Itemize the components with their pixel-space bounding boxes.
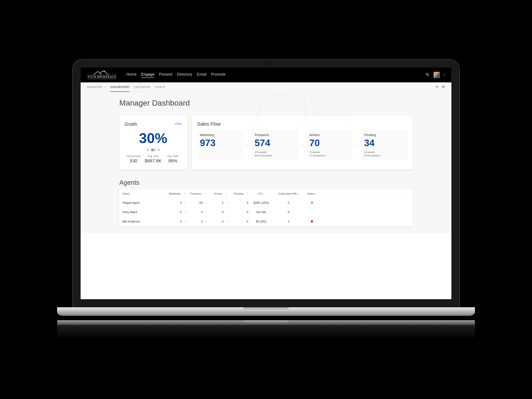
user-menu-caret-icon[interactable]: ▾ bbox=[444, 74, 445, 76]
toggle-percent-label: % bbox=[147, 148, 149, 151]
goals-stat-avg-size: Avg. Size $887.8K bbox=[144, 155, 162, 164]
subnav-goals[interactable]: GOALS bbox=[155, 82, 165, 92]
flow-label: Marketing bbox=[200, 133, 241, 137]
goals-stat-avg-rate: Avg. Rate 99% bbox=[164, 155, 182, 164]
cell-value: 0 bbox=[201, 210, 203, 214]
col-header-name[interactable]: Name▴ bbox=[122, 192, 165, 195]
laptop-mockup: YOUR BROKERAGE Home Engage Present Direc… bbox=[73, 59, 459, 340]
agents-title: Agents bbox=[119, 179, 413, 186]
sort-icon: ⇅ bbox=[315, 193, 317, 195]
flow-sub: 574 people 606 transactions bbox=[255, 150, 295, 157]
col-header-actives[interactable]: Actives⇅ bbox=[206, 192, 227, 195]
flow-value: 973 bbox=[200, 138, 241, 147]
col-header-gci[interactable]: GCI⇅ bbox=[248, 192, 274, 195]
laptop-base bbox=[57, 307, 475, 315]
top-bar: YOUR BROKERAGE Home Engage Present Direc… bbox=[81, 68, 451, 82]
col-header-prospects[interactable]: Prospects⇅ bbox=[185, 192, 206, 195]
cell-value: 0 bbox=[180, 201, 182, 205]
flow-stage-prospects[interactable]: Prospects 574 574 people 606 transaction… bbox=[252, 130, 298, 160]
cell-value: 0 bbox=[247, 210, 248, 214]
col-header-subscribers[interactable]: Subscribers NN⇅ bbox=[274, 192, 303, 195]
primary-nav: Home Engage Present Directory Email Prom… bbox=[127, 72, 226, 78]
cell-value: 2 bbox=[180, 220, 182, 223]
cell-value: 1 bbox=[222, 201, 224, 205]
stat-value: 530 bbox=[124, 158, 143, 164]
sort-icon: ▴ bbox=[130, 193, 131, 195]
table-row[interactable]: Mel Anderson 2› 0› 0› 0 $0 (0%) 1 bbox=[119, 217, 413, 226]
stat-label: Transactions bbox=[124, 155, 143, 158]
stat-value: 99% bbox=[164, 158, 182, 164]
cell-value: $0 (0%) bbox=[248, 220, 274, 223]
nav-promote[interactable]: Promote bbox=[211, 72, 226, 78]
flow-value: 70 bbox=[309, 138, 350, 147]
sub-nav: MANAGER ⌄ DASHBOARD CALENDAR GOALS bbox=[81, 82, 451, 92]
cell-value: 0 bbox=[274, 210, 303, 214]
agents-table-header: Name▴ Marketing⇅ Prospects⇅ Actives⇅ Pen… bbox=[119, 190, 413, 198]
cell-value: 0 bbox=[222, 220, 224, 223]
table-row[interactable]: Kirby Allard 0› 0› 0› 0 Not Set 0 bbox=[119, 208, 413, 217]
col-header-status[interactable]: Status⇅ bbox=[303, 192, 321, 195]
nav-home[interactable]: Home bbox=[127, 72, 137, 78]
flow-label: Pending bbox=[364, 133, 405, 137]
flow-label: Prospects bbox=[255, 133, 295, 137]
settings-icon[interactable] bbox=[435, 85, 438, 89]
subnav-dashboard[interactable]: DASHBOARD bbox=[110, 82, 129, 92]
cell-value: 0 bbox=[247, 220, 248, 223]
flow-stage-pending[interactable]: Pending 34 34 people 34 transactions bbox=[361, 130, 408, 160]
flow-sub: 70 people 71 transactions bbox=[309, 150, 350, 157]
percent-dollar-toggle[interactable] bbox=[151, 148, 157, 152]
stat-value: $887.8K bbox=[144, 158, 162, 164]
flow-stage-marketing[interactable]: Marketing 973 bbox=[197, 130, 243, 160]
sort-icon: ⇅ bbox=[226, 193, 227, 195]
agent-name: Abigail Agent bbox=[122, 201, 165, 205]
search-icon[interactable] bbox=[425, 73, 430, 77]
flow-value: 574 bbox=[255, 138, 295, 147]
laptop-reflection bbox=[57, 320, 475, 340]
flow-separator-icon: — bbox=[246, 130, 250, 160]
sort-icon: ⇅ bbox=[184, 193, 185, 195]
user-avatar[interactable] bbox=[433, 72, 440, 78]
nav-engage[interactable]: Engage bbox=[141, 72, 155, 78]
cell-value: 0 bbox=[274, 201, 303, 205]
cell-value: 0 bbox=[180, 210, 182, 214]
logo-roof-icon bbox=[92, 71, 112, 75]
nav-directory[interactable]: Directory bbox=[177, 72, 192, 78]
nav-present[interactable]: Present bbox=[159, 72, 172, 78]
agent-name: Mel Anderson bbox=[122, 220, 165, 223]
chevron-down-icon: ⌄ bbox=[103, 85, 106, 89]
subnav-calendar[interactable]: CALENDAR bbox=[134, 82, 150, 92]
sort-icon: ⇅ bbox=[205, 193, 206, 195]
col-header-marketing[interactable]: Marketing⇅ bbox=[165, 192, 185, 195]
goals-stat-transactions: Transactions 530 bbox=[124, 155, 143, 164]
flow-value: 34 bbox=[364, 138, 405, 147]
stat-label: Avg. Rate bbox=[164, 155, 182, 158]
stat-label: Avg. Size bbox=[144, 155, 162, 158]
brand-name: YOUR BROKERAGE bbox=[87, 75, 117, 79]
brand-logo[interactable]: YOUR BROKERAGE bbox=[87, 71, 117, 79]
decorative-pattern bbox=[81, 92, 451, 134]
toggle-dollar-label: $ bbox=[158, 148, 160, 151]
subnav-manager-dropdown[interactable]: MANAGER ⌄ bbox=[87, 82, 106, 92]
flow-label: Actives bbox=[309, 133, 350, 137]
flow-stage-actives[interactable]: Actives 70 70 people 71 transactions bbox=[306, 130, 353, 160]
cell-value: 0 bbox=[201, 220, 203, 223]
sort-icon: ⇅ bbox=[263, 193, 265, 195]
sort-icon: ⇅ bbox=[297, 193, 299, 195]
cell-value: 66 bbox=[199, 201, 203, 205]
svg-point-5 bbox=[256, 95, 308, 134]
cell-value: 0 bbox=[222, 210, 224, 214]
nav-email[interactable]: Email bbox=[197, 72, 207, 78]
svg-point-1 bbox=[172, 100, 198, 126]
main-content: Manager Dashboard Goals VIEW 30% % $ bbox=[81, 92, 451, 233]
svg-rect-2 bbox=[218, 95, 253, 131]
flow-sub: 34 people 34 transactions bbox=[364, 150, 405, 157]
laptop-camera bbox=[265, 63, 267, 65]
cell-value: $20K (10%) bbox=[248, 201, 274, 205]
status-dot-icon bbox=[311, 220, 313, 222]
cell-value: Not Set bbox=[248, 210, 274, 214]
svg-point-0 bbox=[166, 94, 205, 132]
col-header-pending[interactable]: Pending⇅ bbox=[227, 192, 248, 195]
cell-value: 1 bbox=[274, 220, 303, 223]
table-row[interactable]: Abigail Agent 0› 66› 1› 0 $20K (10%) 0 bbox=[119, 198, 413, 208]
mail-icon[interactable] bbox=[442, 85, 445, 89]
